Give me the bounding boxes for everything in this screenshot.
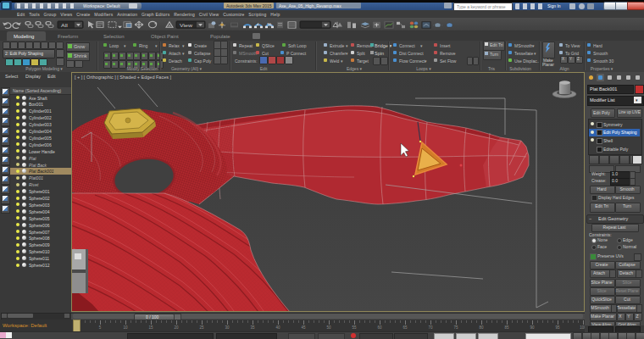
svg-text:[ + ] [ Orthographic ] [ Shade: [ + ] [ Orthographic ] [ Shaded + Edged …	[75, 75, 172, 80]
svg-text:View: View	[180, 22, 192, 27]
svg-text:∠: ∠	[256, 22, 259, 25]
svg-text:%: %	[268, 22, 272, 26]
svg-text:All: All	[61, 22, 68, 27]
